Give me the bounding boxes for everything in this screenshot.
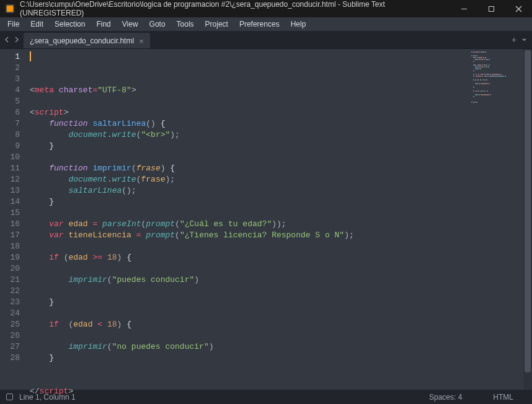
- code-line[interactable]: </script>: [30, 386, 468, 397]
- minimap-line: [471, 61, 521, 62]
- line-number[interactable]: 11: [0, 163, 20, 174]
- line-number[interactable]: 13: [0, 185, 20, 196]
- minimap-line: [471, 77, 521, 79]
- code-line[interactable]: [30, 308, 468, 319]
- code-line[interactable]: [30, 96, 468, 107]
- code-line[interactable]: var tieneLicencia = prompt("¿Tienes lice…: [30, 230, 468, 241]
- line-number[interactable]: 21: [0, 274, 20, 286]
- title-bar: C:\Users\cumpu\OneDrive\Escritorio\logic…: [0, 0, 532, 17]
- line-number[interactable]: 27: [0, 341, 20, 353]
- code-line[interactable]: if (edad >= 18) {: [30, 252, 468, 263]
- code-line[interactable]: saltarLinea();: [30, 185, 468, 196]
- minimap-line: [471, 53, 521, 55]
- code-line[interactable]: [30, 263, 468, 274]
- line-number[interactable]: 7: [0, 118, 20, 130]
- minimap-line: [471, 100, 521, 101]
- new-tab-icon[interactable]: +: [512, 35, 516, 45]
- menu-goto[interactable]: Goto: [144, 19, 171, 30]
- code-area[interactable]: <meta charset="UTF-8"> <script> function…: [26, 49, 468, 390]
- code-line[interactable]: <meta charset="UTF-8">: [30, 85, 468, 96]
- line-number[interactable]: 24: [0, 308, 20, 319]
- svg-rect-3: [489, 6, 494, 11]
- code-line[interactable]: imprimir("puedes conducir"): [30, 274, 468, 286]
- minimap-line: [471, 83, 521, 84]
- line-number[interactable]: 15: [0, 208, 20, 219]
- line-number[interactable]: 20: [0, 263, 20, 274]
- close-button[interactable]: [505, 0, 532, 17]
- line-number[interactable]: 8: [0, 130, 20, 141]
- line-number[interactable]: 25: [0, 319, 20, 330]
- menu-preferences[interactable]: Preferences: [234, 19, 285, 30]
- line-number[interactable]: 1: [0, 51, 20, 63]
- menu-help[interactable]: Help: [286, 19, 311, 30]
- line-number[interactable]: 18: [0, 241, 20, 252]
- minimap-line: [471, 51, 521, 53]
- code-line[interactable]: function saltarLinea() {: [30, 118, 468, 130]
- code-line[interactable]: [30, 330, 468, 341]
- line-number[interactable]: 9: [0, 141, 20, 152]
- window-title: C:\Users\cumpu\OneDrive\Escritorio\logic…: [20, 0, 450, 17]
- code-line[interactable]: document.write(frase);: [30, 174, 468, 185]
- code-line[interactable]: var edad = parseInt(prompt("¿Cuál es tu …: [30, 219, 468, 230]
- minimap[interactable]: [468, 49, 523, 390]
- menu-bar: FileEditSelectionFindViewGotoToolsProjec…: [0, 17, 532, 31]
- menu-find[interactable]: Find: [91, 19, 115, 30]
- line-number[interactable]: 10: [0, 152, 20, 163]
- line-number[interactable]: 5: [0, 96, 20, 107]
- minimap-line: [471, 98, 521, 99]
- tab-menu-icon[interactable]: [521, 34, 527, 45]
- code-line[interactable]: imprimir("no puedes conducir"): [30, 341, 468, 353]
- line-number[interactable]: 23: [0, 297, 20, 308]
- line-gutter[interactable]: 1234567891011121314151617181920212223242…: [0, 49, 26, 390]
- code-line[interactable]: function imprimir(frase) {: [30, 163, 468, 174]
- line-number[interactable]: 14: [0, 196, 20, 208]
- code-line[interactable]: [30, 364, 468, 375]
- line-number[interactable]: 17: [0, 230, 20, 241]
- menu-view[interactable]: View: [117, 19, 143, 30]
- code-line[interactable]: }: [30, 196, 468, 208]
- line-number[interactable]: 28: [0, 353, 20, 364]
- menu-selection[interactable]: Selection: [50, 19, 90, 30]
- code-line[interactable]: if (edad < 18) {: [30, 319, 468, 330]
- code-line[interactable]: [30, 208, 468, 219]
- minimap-line: [471, 57, 521, 58]
- code-line[interactable]: [30, 152, 468, 163]
- status-syntax[interactable]: HTML: [493, 393, 513, 402]
- line-number[interactable]: 19: [0, 252, 20, 263]
- vertical-scrollbar[interactable]: [523, 49, 532, 390]
- code-line[interactable]: }: [30, 297, 468, 308]
- code-line[interactable]: <script>: [30, 107, 468, 118]
- line-number[interactable]: 26: [0, 330, 20, 341]
- menu-tools[interactable]: Tools: [172, 19, 199, 30]
- minimize-button[interactable]: [450, 0, 477, 17]
- code-line[interactable]: document.write("<br>");: [30, 130, 468, 141]
- menu-file[interactable]: File: [2, 19, 24, 30]
- line-number[interactable]: 4: [0, 85, 20, 96]
- menu-edit[interactable]: Edit: [25, 19, 48, 30]
- minimap-line: [471, 94, 521, 95]
- menu-project[interactable]: Project: [200, 19, 233, 30]
- maximize-button[interactable]: [477, 0, 505, 17]
- code-line[interactable]: }: [30, 141, 468, 152]
- line-number[interactable]: 12: [0, 174, 20, 185]
- code-line[interactable]: [30, 241, 468, 252]
- tab-next-icon[interactable]: [14, 34, 20, 45]
- line-number[interactable]: 16: [0, 219, 20, 230]
- code-line[interactable]: }: [30, 353, 468, 364]
- minimap-line: [471, 59, 521, 60]
- text-caret: [30, 51, 31, 61]
- line-number[interactable]: 3: [0, 74, 20, 85]
- code-line[interactable]: [30, 286, 468, 297]
- app-icon: [5, 4, 15, 14]
- tab-prev-icon[interactable]: [4, 34, 10, 45]
- panel-switcher-icon[interactable]: [6, 393, 13, 400]
- scrollbar-thumb[interactable]: [525, 50, 531, 372]
- line-number[interactable]: 6: [0, 107, 20, 118]
- line-number[interactable]: 2: [0, 63, 20, 74]
- tab-active[interactable]: ¿sera_quepuedo_conducir.html ×: [24, 33, 150, 48]
- code-line[interactable]: [30, 375, 468, 386]
- svg-rect-1: [7, 6, 13, 12]
- line-number[interactable]: 22: [0, 286, 20, 297]
- tab-close-icon[interactable]: ×: [139, 37, 144, 46]
- minimap-line: [471, 72, 521, 73]
